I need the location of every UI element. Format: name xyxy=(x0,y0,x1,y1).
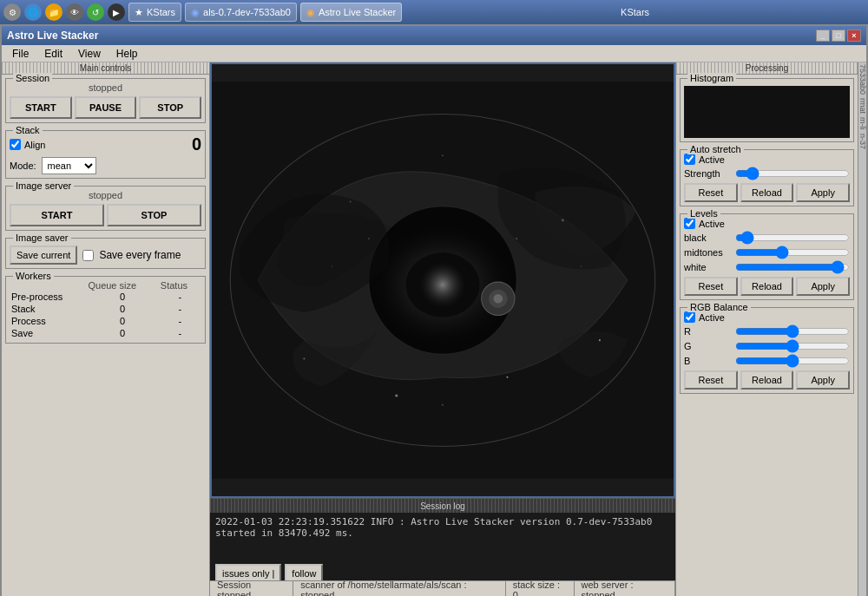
svg-point-9 xyxy=(494,294,503,304)
menu-edit[interactable]: Edit xyxy=(37,46,69,62)
main-window: Astro Live Stacker _ □ × File Edit View … xyxy=(0,24,868,596)
white-label: white xyxy=(684,262,732,272)
als-icon: ◉ xyxy=(191,7,200,18)
r-label: R xyxy=(684,326,732,337)
auto-stretch-apply-row: Reset Reload Apply xyxy=(684,183,850,202)
b-label: B xyxy=(684,356,732,366)
auto-stretch-reset-button[interactable]: Reset xyxy=(684,183,738,202)
rgb-reload-button[interactable]: Reload xyxy=(740,370,794,390)
stack-counter: 0 xyxy=(192,134,201,154)
auto-stretch-reload-button[interactable]: Reload xyxy=(740,183,794,202)
close-button[interactable]: × xyxy=(847,29,861,42)
far-right-text-3: m-li xyxy=(858,115,867,132)
far-right-text-4: n-37 xyxy=(858,132,867,151)
menu-view[interactable]: View xyxy=(71,46,108,62)
r-slider[interactable] xyxy=(735,325,850,337)
taskbar-globe-icon: 🌐 xyxy=(24,3,42,21)
taskbar-als-app[interactable]: ◉ als-0.7-dev-7533ab0 xyxy=(185,3,297,22)
svg-point-20 xyxy=(442,404,444,406)
taskbar-kstars-app[interactable]: ★ KStars xyxy=(128,3,181,22)
log-content: 2022-01-03 22:23:19.351622 INFO : Astro … xyxy=(210,513,675,560)
levels-active-checkbox[interactable] xyxy=(684,218,695,229)
rgb-apply-button[interactable]: Apply xyxy=(796,370,850,390)
levels-apply-button[interactable]: Apply xyxy=(796,277,850,296)
worker-save-name: Save xyxy=(10,327,86,339)
worker-preprocess-name: Pre-process xyxy=(10,291,86,303)
session-label: Session xyxy=(13,73,52,83)
rgb-active-checkbox[interactable] xyxy=(684,311,695,323)
far-right-strip: 7533ab0 rmat m-li n-37 xyxy=(858,62,866,596)
workers-col-status: Status xyxy=(159,280,201,291)
white-slider[interactable] xyxy=(735,261,850,273)
b-slider[interactable] xyxy=(735,355,850,367)
levels-apply-row: Reset Reload Apply xyxy=(684,277,850,296)
midtones-row: midtones xyxy=(684,246,850,259)
worker-stack-name: Stack xyxy=(10,303,86,315)
levels-reload-button[interactable]: Reload xyxy=(740,277,794,296)
midtones-slider[interactable] xyxy=(735,246,850,259)
auto-stretch-active-row: Active xyxy=(684,154,850,165)
auto-stretch-active-label: Active xyxy=(699,154,725,165)
save-current-button[interactable]: Save current xyxy=(10,246,77,265)
auto-stretch-label: Auto stretch xyxy=(687,144,744,154)
worker-preprocess-queue: 0 xyxy=(86,291,158,303)
image-saver-label: Image saver xyxy=(13,233,71,243)
table-row: Stack 0 - xyxy=(10,303,201,315)
levels-reset-button[interactable]: Reset xyxy=(684,277,738,296)
mode-select[interactable]: mean median sum xyxy=(42,157,96,174)
black-slider[interactable] xyxy=(735,232,850,244)
session-pause-button[interactable]: PAUSE xyxy=(75,96,137,119)
session-start-button[interactable]: START xyxy=(10,96,72,119)
rgb-reset-button[interactable]: Reset xyxy=(684,370,738,390)
mode-label: Mode: xyxy=(10,160,36,171)
auto-stretch-active-checkbox[interactable] xyxy=(684,154,695,165)
strength-slider[interactable] xyxy=(735,167,850,180)
align-checkbox[interactable] xyxy=(10,139,21,150)
svg-point-15 xyxy=(506,377,508,378)
image-server-start-button[interactable]: START xyxy=(10,204,104,226)
astro-icon: ◉ xyxy=(306,7,315,18)
taskbar-folder-icon: 📁 xyxy=(45,3,62,21)
session-status: stopped xyxy=(10,82,201,93)
image-saver-section: Image saver Save current Save every fram… xyxy=(5,238,206,269)
session-section: Session stopped START PAUSE STOP xyxy=(5,78,206,123)
levels-active-row: Active xyxy=(684,218,850,229)
kstars-label: KStars xyxy=(147,7,175,17)
workers-section: Workers Queue size Status Pre-process 0 xyxy=(5,276,206,344)
image-server-section: Image server stopped START STOP xyxy=(5,186,206,231)
menu-help[interactable]: Help xyxy=(109,46,145,62)
save-every-frame-label: Save every frame xyxy=(99,249,181,261)
session-btn-row: START PAUSE STOP xyxy=(10,96,201,119)
table-row: Pre-process 0 - xyxy=(10,291,201,303)
mode-row: Mode: mean median sum xyxy=(10,157,201,174)
astro-label: Astro Live Stacker xyxy=(319,7,396,17)
taskbar-astro-app[interactable]: ◉ Astro Live Stacker xyxy=(300,3,402,22)
svg-rect-22 xyxy=(685,86,850,138)
svg-point-12 xyxy=(599,339,601,341)
workers-col-queue: Queue size xyxy=(86,280,158,291)
image-server-stop-button[interactable]: STOP xyxy=(107,204,201,226)
rgb-balance-section: RGB Balance Active R G B xyxy=(680,307,854,394)
worker-save-queue: 0 xyxy=(86,327,158,339)
minimize-button[interactable]: _ xyxy=(816,29,830,42)
maximize-button[interactable]: □ xyxy=(832,29,845,42)
b-row: B xyxy=(684,355,850,367)
g-slider[interactable] xyxy=(735,340,850,352)
als-label: als-0.7-dev-7533ab0 xyxy=(203,7,291,17)
menu-file[interactable]: File xyxy=(5,46,36,62)
worker-save-status: - xyxy=(159,327,201,339)
auto-stretch-apply-button[interactable]: Apply xyxy=(796,183,850,202)
session-stop-button[interactable]: STOP xyxy=(139,96,201,119)
image-server-btn-row: START STOP xyxy=(10,204,201,226)
image-server-label: Image server xyxy=(13,180,74,191)
save-every-frame-checkbox[interactable] xyxy=(82,250,94,261)
black-row: black xyxy=(684,232,850,244)
rgb-balance-label: RGB Balance xyxy=(687,302,751,312)
stack-label: Stack xyxy=(13,125,43,135)
align-row: Align 0 xyxy=(10,134,201,154)
midtones-label: midtones xyxy=(684,247,732,258)
window-controls: _ □ × xyxy=(816,29,861,42)
session-log-header: Session log xyxy=(210,499,675,513)
levels-label: Levels xyxy=(687,208,720,219)
worker-stack-queue: 0 xyxy=(86,303,158,315)
